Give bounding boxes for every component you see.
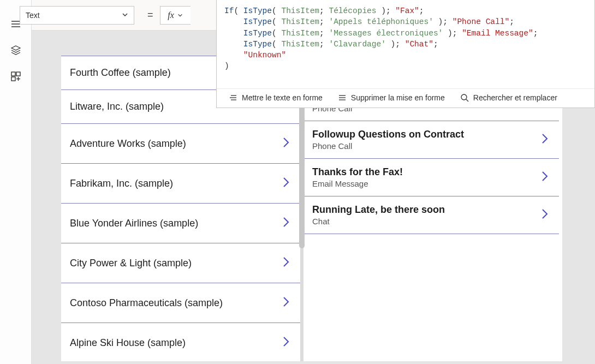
gallery-item[interactable]: Alpine Ski House (sample) <box>61 323 300 361</box>
chevron-right-icon <box>539 206 550 224</box>
chevron-right-icon <box>281 294 291 312</box>
gallery-item-title: City Power & Light (sample) <box>70 258 192 269</box>
gallery-item[interactable]: Adventure Works (sample) <box>61 124 300 164</box>
components-icon[interactable] <box>0 63 32 89</box>
svg-rect-5 <box>16 72 20 76</box>
left-navigation-rail <box>0 0 32 364</box>
format-text-label: Mettre le texte en forme <box>242 93 323 102</box>
activity-item[interactable]: Running Late, be there soonChat <box>304 196 559 234</box>
property-selector[interactable]: Text <box>20 6 134 25</box>
svg-line-16 <box>466 99 468 102</box>
gallery-item[interactable]: City Power & Light (sample) <box>61 243 300 283</box>
remove-format-label: Supprimer la mise en forme <box>351 93 445 102</box>
activity-type: Email Message <box>312 179 403 188</box>
formula-editor[interactable]: If( IsType( ThisItem; Télécopies ); "Fax… <box>217 0 594 88</box>
chevron-down-icon <box>177 10 183 20</box>
activity-type: Phone Call <box>312 141 464 151</box>
gallery-item-title: Litware, Inc. (sample) <box>70 101 164 112</box>
svg-rect-4 <box>11 72 15 76</box>
activity-subject: Followup Questions on Contract <box>312 129 464 140</box>
format-text-button[interactable]: Mettre le texte en forme <box>229 93 323 102</box>
equals-sign: = <box>147 9 153 21</box>
find-replace-button[interactable]: Rechercher et remplacer <box>460 93 557 102</box>
formula-toolbar: Mettre le texte en forme Supprimer la mi… <box>217 88 594 108</box>
activity-item[interactable]: Thanks for the Fax!Email Message <box>304 159 559 196</box>
gallery-item-title: Adventure Works (sample) <box>70 138 186 150</box>
layers-icon[interactable] <box>0 37 32 63</box>
gallery-item[interactable]: Blue Yonder Airlines (sample) <box>61 204 300 243</box>
gallery-item-title: Alpine Ski House (sample) <box>70 337 186 349</box>
property-selector-label: Text <box>26 11 40 20</box>
chevron-right-icon <box>281 175 291 192</box>
find-replace-label: Rechercher et remplacer <box>473 93 557 102</box>
gallery-item[interactable]: Contoso Pharmaceuticals (sample) <box>61 283 300 323</box>
remove-format-button[interactable]: Supprimer la mise en forme <box>338 93 445 102</box>
fx-button[interactable]: fx <box>160 6 191 25</box>
chevron-down-icon <box>122 11 128 20</box>
activity-subject: Thanks for the Fax! <box>312 166 403 178</box>
gallery-item-title: Contoso Pharmaceuticals (sample) <box>70 297 223 309</box>
svg-point-15 <box>461 94 467 100</box>
svg-rect-6 <box>11 77 15 81</box>
gallery-item-title: Blue Yonder Airlines (sample) <box>70 218 198 229</box>
chevron-right-icon <box>281 254 291 272</box>
activity-subject: Running Late, be there soon <box>312 204 445 216</box>
chevron-right-icon <box>281 334 291 351</box>
chevron-right-icon <box>539 131 550 148</box>
fx-label: fx <box>168 10 174 20</box>
chevron-right-icon <box>281 214 291 232</box>
activity-type: Chat <box>312 217 445 226</box>
gallery-item-title: Fourth Coffee (sample) <box>70 67 171 79</box>
gallery-item-title: Fabrikam, Inc. (sample) <box>70 178 173 189</box>
chevron-right-icon <box>539 169 550 186</box>
formula-editor-panel: If( IsType( ThisItem; Télécopies ); "Fax… <box>216 0 595 108</box>
svg-marker-3 <box>11 46 20 50</box>
chevron-right-icon <box>281 135 291 152</box>
activity-item[interactable]: Followup Questions on ContractPhone Call <box>304 121 559 159</box>
gallery-item[interactable]: Fabrikam, Inc. (sample) <box>61 164 300 204</box>
